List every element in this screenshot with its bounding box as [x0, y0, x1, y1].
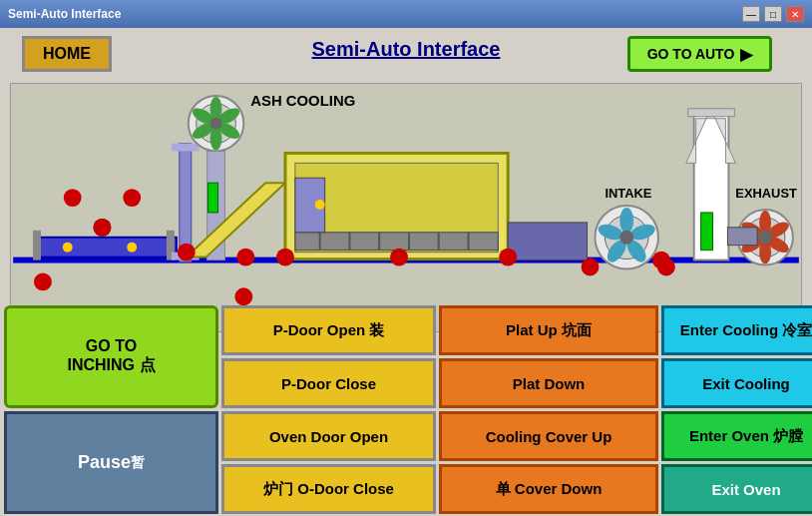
svg-rect-58 — [727, 228, 757, 246]
plat-up-button[interactable]: Plat Up 坑面 — [439, 305, 658, 355]
svg-rect-47 — [701, 213, 713, 251]
svg-text:EXHAUST: EXHAUST — [735, 186, 797, 201]
go-to-inching-button[interactable]: GO TOINCHING 点 — [4, 305, 218, 408]
buttons-area: P-Door Open 装 Plat Up 坑面 Enter Cooling 冷… — [4, 305, 808, 514]
svg-point-62 — [123, 189, 141, 207]
svg-point-65 — [276, 249, 294, 266]
svg-point-6 — [127, 243, 137, 253]
diagram-svg: ASH COOLING — [11, 84, 801, 331]
enter-cooling-button[interactable]: Enter Cooling 冷室 — [661, 305, 812, 355]
main-content: Semi-Auto Interface HOME GO TO AUTO ▶ — [0, 28, 812, 516]
svg-text:ASH COOLING: ASH COOLING — [250, 93, 355, 109]
cooling-cover-up-button[interactable]: Cooling Cover Up — [439, 411, 658, 461]
svg-rect-8 — [172, 144, 200, 152]
plat-down-button[interactable]: Plat Down — [439, 358, 658, 408]
svg-point-71 — [234, 287, 252, 305]
exit-oven-button[interactable]: Exit Oven — [661, 464, 812, 514]
minimize-button[interactable]: — — [742, 6, 760, 22]
title-bar: Semi-Auto Interface — □ ✕ — [0, 0, 812, 28]
svg-rect-46 — [688, 109, 735, 117]
svg-point-63 — [178, 244, 196, 261]
page-title: Semi-Auto Interface — [312, 38, 501, 61]
go-to-auto-button[interactable]: GO TO AUTO ▶ — [627, 36, 772, 72]
svg-point-66 — [390, 249, 408, 266]
svg-point-33 — [315, 200, 325, 210]
svg-point-68 — [582, 258, 600, 276]
cover-down-button[interactable]: 单 Cover Down — [439, 464, 658, 514]
title-bar-text: Semi-Auto Interface — [8, 7, 121, 21]
svg-point-37 — [619, 208, 633, 234]
svg-rect-34 — [508, 223, 587, 260]
svg-point-42 — [619, 231, 633, 245]
svg-point-60 — [94, 219, 112, 237]
svg-point-67 — [499, 249, 517, 266]
p-door-open-button[interactable]: P-Door Open 装 — [221, 305, 436, 355]
enter-oven-button[interactable]: Enter Oven 炉膛 — [661, 411, 812, 461]
title-bar-buttons: — □ ✕ — [742, 6, 804, 22]
svg-rect-2 — [38, 238, 177, 258]
svg-point-72 — [34, 272, 52, 290]
close-button[interactable]: ✕ — [786, 6, 804, 22]
svg-point-64 — [236, 249, 254, 266]
svg-point-18 — [210, 118, 222, 130]
diagram-area: ASH COOLING — [10, 83, 802, 332]
svg-point-5 — [63, 243, 73, 253]
go-auto-label: GO TO AUTO — [647, 46, 735, 62]
pause-button[interactable]: Pause暂 — [4, 411, 218, 514]
oven-door-open-button[interactable]: Oven Door Open — [221, 411, 436, 461]
o-door-close-button[interactable]: 炉门 O-Door Close — [221, 464, 436, 514]
home-button[interactable]: HOME — [22, 36, 112, 72]
svg-point-70 — [652, 252, 670, 269]
p-door-close-button[interactable]: P-Door Close — [221, 358, 436, 408]
svg-point-61 — [64, 189, 82, 207]
svg-rect-20 — [208, 183, 218, 213]
svg-point-56 — [758, 231, 772, 245]
svg-rect-3 — [33, 231, 41, 260]
exit-cooling-button[interactable]: Exit Cooling — [661, 358, 812, 408]
maximize-button[interactable]: □ — [764, 6, 782, 22]
play-icon: ▶ — [740, 45, 752, 64]
svg-text:INTAKE: INTAKE — [605, 186, 651, 201]
